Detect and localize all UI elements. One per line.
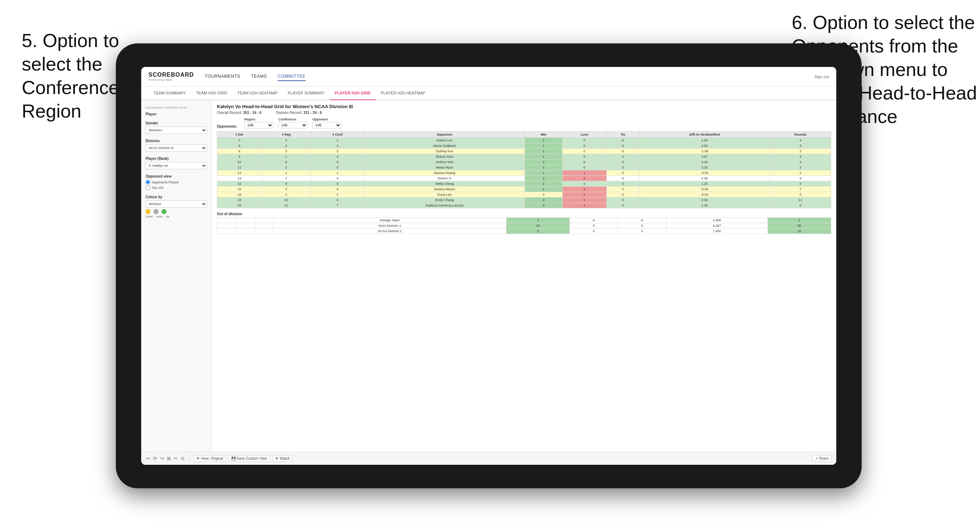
cell-conf: 4 [310, 176, 364, 181]
table-row: 18 2 2 Euna Lee 0 2 0 -5.00 2 [217, 192, 831, 197]
table-row: 16 3 4 Jessica Mason 1 2 0 -0.94 7 [217, 187, 831, 192]
sidebar-gender-section: Gender Women's [146, 121, 207, 134]
cell-rounds: 6 [770, 203, 831, 208]
tablet-screen: SCOREBOARD Powered by clippd TOURNAMENTS… [141, 67, 836, 465]
cell-tie: 0 [606, 143, 640, 149]
last-updated: Last Updated: 27/03/2024 16:04 [146, 106, 207, 109]
player-rank-select[interactable]: 8. Katelyn Vo [146, 162, 207, 169]
cell-reg: 11 [262, 203, 310, 208]
overall-record: Overall Record: 353 - 34 - 6 [217, 111, 261, 115]
cell-win: 4 [525, 197, 562, 203]
sign-out-link[interactable]: Sign out [815, 75, 829, 79]
cell-div: 11 [217, 165, 262, 170]
cell-diff: -3.00 [640, 170, 770, 176]
sidebar: Last Updated: 27/03/2024 16:04 Player Ge… [141, 100, 212, 452]
cell-od-name: Foreign Team [274, 218, 506, 223]
cell-diff: 3.33 [640, 165, 770, 170]
sidebar-colour-label: Colour by [146, 195, 207, 199]
th-rounds: Rounds [770, 132, 831, 138]
opponent-select[interactable]: (All) [312, 122, 341, 129]
grid-icon[interactable]: ⊞ [167, 456, 171, 461]
cell-diff: -5.00 [640, 192, 770, 197]
scissors-icon[interactable]: ✂ [174, 456, 178, 461]
table-row: 20 11 7 Federica Domecq Lacroze 2 1 0 1.… [217, 203, 831, 208]
cell-od-tie: 0 [618, 223, 667, 229]
clock-icon[interactable]: ⊙ [181, 456, 185, 461]
cell-diff: 4.00 [640, 143, 770, 149]
undo-icon[interactable]: ↩ [146, 456, 150, 461]
watch-btn[interactable]: 👁 Watch [273, 456, 293, 462]
cell-win: 1 [525, 154, 562, 160]
cell-div: 18 [217, 192, 262, 197]
out-division-row: Foreign Team 1 0 0 4.500 2 [217, 218, 831, 223]
cell-loss: 0 [563, 165, 607, 170]
cell-tie: 0 [606, 170, 640, 176]
nav-tournaments[interactable]: TOURNAMENTS [205, 72, 240, 81]
subnav-team-summary[interactable]: TEAM SUMMARY [148, 86, 191, 100]
cell-win: 2 [525, 160, 562, 165]
cell-loss: 0 [563, 154, 607, 160]
cell-reg: 1 [262, 154, 310, 160]
cell-conf: 5 [310, 181, 364, 187]
cell-diff: 0.38 [640, 176, 770, 181]
cell-diff: 1.33 [640, 203, 770, 208]
redo-icon[interactable]: ↪ [160, 456, 164, 461]
table-row: 10 6 3 Andrea York 2 0 0 4.00 4 [217, 160, 831, 165]
subnav-team-h2h-heatmap[interactable]: TEAM H2H HEATMAP [232, 86, 283, 100]
cell-div: 10 [217, 160, 262, 165]
cell-name: Sharon Mun [364, 154, 525, 160]
top-nav: SCOREBOARD Powered by clippd TOURNAMENTS… [141, 67, 836, 86]
division-select[interactable]: NCAA Division III [146, 144, 207, 152]
region-select[interactable]: (All) [244, 122, 273, 129]
conference-filter-label: Conference [278, 117, 307, 121]
cell-od-name: NCAA Division 2 [274, 229, 506, 234]
radio-top100[interactable]: Top 100 [146, 185, 207, 190]
cell-div: 3 [217, 138, 262, 143]
cell-tie: 0 [606, 154, 640, 160]
cell-reg: 2 [262, 165, 310, 170]
conference-select[interactable]: (All) [278, 122, 307, 129]
cell-win: 1 [525, 181, 562, 187]
sidebar-player-rank-section: Player (Rank) 8. Katelyn Vo [146, 157, 207, 169]
cell-diff: -1.00 [640, 149, 770, 154]
nav-committee[interactable]: COMMITTEE [278, 72, 305, 81]
view-original-btn[interactable]: 👁 View: Original [194, 456, 226, 462]
cell-tie: 0 [606, 160, 640, 165]
subnav-player-h2h-grid[interactable]: PLAYER H2H GRID [330, 86, 376, 100]
colour-select[interactable]: Win/loss [146, 200, 207, 208]
share-btn[interactable]: ↗ Share [812, 456, 831, 462]
cell-div: 9 [217, 154, 262, 160]
records-row: Overall Record: 353 - 34 - 6 Division Re… [217, 111, 831, 115]
cell-win: 1 [525, 149, 562, 154]
colour-labels: Down Level Up [146, 215, 207, 218]
cell-diff: 4.00 [640, 160, 770, 165]
cell-od-rounds: 2 [767, 218, 831, 223]
cell-name: Jessica Mason [364, 187, 525, 192]
refresh-icon[interactable]: ⟳ [153, 456, 157, 461]
cell-rounds: 4 [770, 181, 831, 187]
radio-opponents-played[interactable]: Opponents Played [146, 180, 207, 184]
cell-reg: 2 [262, 143, 310, 149]
cell-loss: 2 [563, 187, 607, 192]
table-row: 6 3 3 Sydney Kuo 1 0 0 -1.00 3 [217, 149, 831, 154]
cell-loss: 1 [563, 197, 607, 203]
subnav-team-h2h-grid[interactable]: TEAM H2H GRID [191, 86, 232, 100]
cell-diff: 0.30 [640, 197, 770, 203]
sub-nav: TEAM SUMMARY TEAM H2H GRID TEAM H2H HEAT… [141, 86, 836, 100]
colour-label-down: Down [146, 215, 153, 218]
subnav-player-h2h-heatmap[interactable]: PLAYER H2H HEATMAP [376, 86, 430, 100]
cell-od-tie: 0 [618, 218, 667, 223]
cell-reg: 6 [262, 160, 310, 165]
cell-tie: 0 [606, 203, 640, 208]
subnav-player-summary[interactable]: PLAYER SUMMARY [283, 86, 330, 100]
gender-select[interactable]: Women's [146, 127, 207, 134]
save-custom-view-btn[interactable]: 💾 Save Custom View [229, 456, 270, 462]
cell-conf: 2 [310, 192, 364, 197]
cell-loss: 0 [563, 138, 607, 143]
th-loss: Loss [563, 132, 607, 138]
out-division-label: Out of division [217, 212, 831, 216]
logo-area: SCOREBOARD Powered by clippd [148, 71, 194, 81]
sidebar-opponent-view-label: Opponent view [146, 175, 207, 178]
table-row: 14 7 4 Eunice Yi 2 2 0 0.38 9 [217, 176, 831, 181]
nav-teams[interactable]: TEAMS [251, 72, 267, 81]
